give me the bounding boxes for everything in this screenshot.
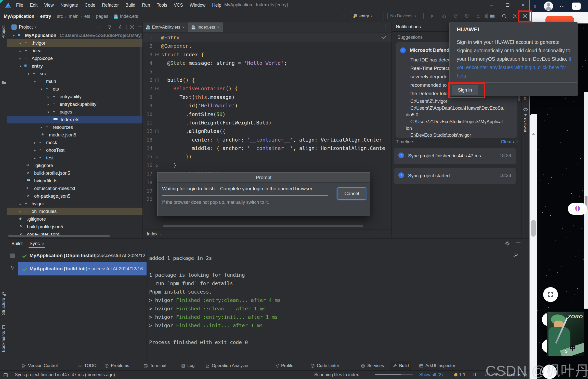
- line-ending[interactable]: LF: [473, 372, 478, 377]
- expand-all-icon[interactable]: [107, 24, 112, 30]
- breadcrumb-item[interactable]: entry: [40, 14, 51, 19]
- chevron-right-icon[interactable]: ▸: [32, 148, 37, 152]
- code-line[interactable]: 2@Component: [143, 42, 391, 50]
- editor-breadcrumb-item[interactable]: Index: [147, 232, 158, 237]
- chevron-right-icon[interactable]: ▸: [18, 49, 23, 53]
- tree-row[interactable]: ▸.idea: [7, 47, 142, 55]
- collapse-all-icon[interactable]: [118, 24, 123, 30]
- menu-edit[interactable]: Edit: [27, 3, 41, 8]
- menu-window[interactable]: Window: [186, 3, 209, 8]
- close-icon[interactable]: ×: [182, 25, 185, 29]
- tree-row[interactable]: ETSIndex.ets: [7, 116, 142, 123]
- code-line[interactable]: 9 .id('HelloWorld'): [143, 102, 391, 110]
- editor-tab-entryability-ets[interactable]: ETSEntryAbility.ets×: [143, 22, 188, 32]
- star-icon[interactable]: ☆: [533, 3, 537, 9]
- chevron-right-icon[interactable]: ▸: [32, 156, 37, 160]
- dialog-title[interactable]: Prompt: [158, 173, 370, 183]
- toolwindow-button-build[interactable]: Build: [390, 361, 411, 370]
- toolwindow-button-services[interactable]: Services: [358, 361, 386, 370]
- editor-tab-index-ets[interactable]: ETSIndex.ets×: [188, 22, 223, 32]
- chevron-right-icon[interactable]: ▸: [18, 57, 23, 60]
- locate-file-icon[interactable]: [96, 24, 101, 30]
- avatar[interactable]: [544, 2, 553, 11]
- breadcrumb-file[interactable]: Index.ets: [120, 14, 138, 19]
- stripe-project-label[interactable]: Project: [1, 26, 6, 39]
- code-line[interactable]: 13 center: { anchor: '__container__', al…: [143, 136, 391, 144]
- tab-options-kebab-icon[interactable]: ⋮: [383, 24, 388, 30]
- restart-button[interactable]: [453, 14, 458, 19]
- more-options-icon[interactable]: ⋯: [560, 3, 565, 9]
- code-line[interactable]: 7− RelativeContainer() {: [143, 84, 391, 93]
- tree-row[interactable]: ⚙build-profile.json5: [7, 223, 142, 231]
- toolwindow-button-todo[interactable]: TODO: [75, 361, 99, 370]
- tree-row[interactable]: ▸test: [7, 154, 142, 162]
- rerun-button[interactable]: [464, 14, 469, 19]
- hide-panel-icon[interactable]: —: [138, 23, 142, 29]
- tree-row[interactable]: ⚙module.json5: [7, 131, 142, 139]
- code-line[interactable]: 6− build() {: [143, 76, 391, 84]
- breadcrumb-item[interactable]: main: [69, 14, 79, 19]
- code-line[interactable]: 4 @State message: string = 'Hello World'…: [143, 59, 391, 67]
- stripe-previewer-label[interactable]: Previewer: [523, 114, 528, 132]
- code-line[interactable]: 12− .alignRules({: [143, 127, 391, 135]
- device-dropdown[interactable]: No Devices ▾: [387, 12, 424, 20]
- code-line[interactable]: 3−struct Index {: [143, 50, 391, 59]
- debug-button[interactable]: [442, 14, 447, 19]
- chevron-down-icon[interactable]: ▾: [26, 72, 31, 76]
- tree-row[interactable]: ▾src: [7, 70, 142, 78]
- code-line[interactable]: 8 Text(this.message): [143, 93, 391, 102]
- tree-row[interactable]: ▸ohosTest: [7, 146, 142, 154]
- bookmarks-icon[interactable]: [1, 325, 6, 330]
- tree-row[interactable]: ▾MyApplication C:\Users\Z\DevEcoStudioPr…: [7, 32, 142, 39]
- chevron-right-icon[interactable]: ▸: [39, 125, 44, 129]
- tree-row[interactable]: ▾main: [7, 78, 142, 85]
- overlay-scrollbar-handle[interactable]: [531, 220, 536, 237]
- code-line[interactable]: 10 .fontSize(50): [143, 110, 391, 119]
- build-settings-gear-icon[interactable]: [505, 241, 510, 246]
- code-line[interactable]: 1@Entry: [143, 33, 391, 42]
- run-config-dropdown[interactable]: entry ▾: [351, 12, 384, 20]
- tree-row[interactable]: ▸.hvigor: [7, 39, 142, 47]
- code-line[interactable]: 16⌂ }: [143, 161, 391, 170]
- status-panel-icon[interactable]: [3, 373, 8, 378]
- breadcrumb-item[interactable]: pages: [96, 14, 108, 19]
- tree-row[interactable]: Ø.gitignore: [7, 215, 142, 223]
- tree-row[interactable]: ▸AppScope: [7, 55, 142, 62]
- toolwindow-button-profiler[interactable]: Profiler: [272, 361, 297, 370]
- menu-refactor[interactable]: Refactor: [99, 3, 122, 8]
- menu-vcs[interactable]: VCS: [171, 3, 186, 8]
- chevron-down-icon[interactable]: ▾: [11, 34, 16, 37]
- menu-build[interactable]: Build: [122, 3, 139, 8]
- scroll-up-arrow-icon[interactable]: [532, 133, 535, 135]
- tree-row[interactable]: ⚙build-profile.json5: [7, 169, 142, 177]
- toolwindow-button-log[interactable]: Log: [178, 361, 197, 370]
- tree-row[interactable]: ≡obfuscation-rules.txt: [7, 185, 142, 192]
- chevron-down-icon[interactable]: ▾: [18, 64, 23, 68]
- tree-row[interactable]: ▸oh_modules: [7, 208, 142, 215]
- minimize-button[interactable]: ─: [488, 3, 495, 8]
- chevron-right-icon[interactable]: ▸: [32, 141, 37, 145]
- chevron-down-icon[interactable]: ▾: [39, 87, 44, 91]
- stop-button[interactable]: [484, 14, 489, 19]
- stop-debug-button[interactable]: [476, 14, 481, 19]
- folder-icon[interactable]: [1, 80, 6, 85]
- video-character-thumbnail[interactable]: ZORO 中 S: [547, 311, 584, 356]
- show-all-link[interactable]: Show all (2): [419, 372, 443, 377]
- fullscreen-button[interactable]: [543, 287, 558, 302]
- menu-code[interactable]: Code: [81, 3, 99, 8]
- close-button[interactable]: ✕: [520, 2, 527, 8]
- build-console[interactable]: added 1 package in 2s 1 package is looki…: [149, 254, 281, 347]
- menu-run[interactable]: Run: [139, 3, 153, 8]
- toolwindow-button-problems[interactable]: Problems: [102, 361, 132, 370]
- breadcrumb-item[interactable]: ets: [84, 14, 90, 19]
- maximize-button[interactable]: ☐: [504, 2, 511, 8]
- tree-vertical-scrollbar[interactable]: [140, 33, 142, 117]
- menu-navigate[interactable]: Navigate: [57, 3, 81, 8]
- toolwindow-button-terminal[interactable]: Terminal: [141, 361, 169, 370]
- chevron-right-icon[interactable]: ▸: [18, 41, 23, 45]
- run-button[interactable]: [430, 14, 435, 19]
- tree-row[interactable]: TShvigorfile.ts: [7, 177, 142, 185]
- close-icon[interactable]: ×: [217, 25, 219, 29]
- chevron-down-icon[interactable]: ▾: [32, 80, 37, 83]
- build-task-row[interactable]: MyApplication [build init]: successful A…: [18, 262, 147, 275]
